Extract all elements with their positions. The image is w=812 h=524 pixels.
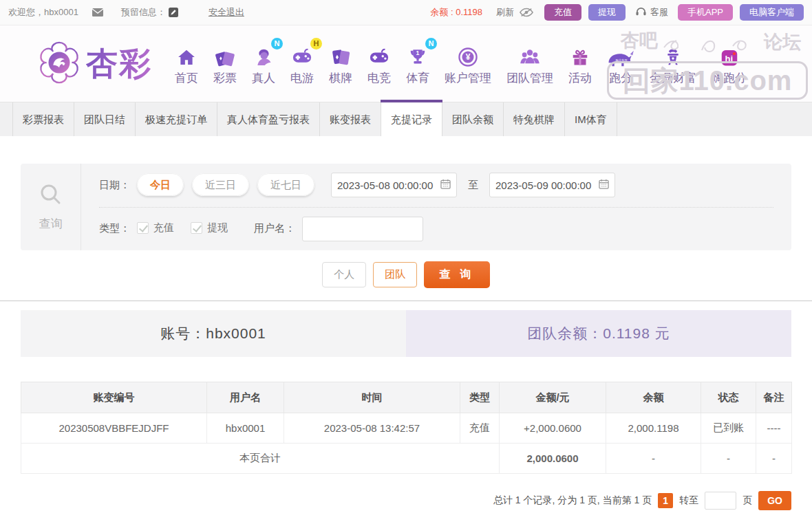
total-dash-cell: - (606, 444, 701, 474)
nav-item-esports[interactable]: 电竞 (360, 42, 398, 86)
pill-today[interactable]: 今日 (137, 173, 184, 196)
table-cell: hbx0001 (207, 413, 284, 444)
table-cell: 已到账 (701, 413, 756, 444)
calendar-icon[interactable] (440, 179, 451, 192)
column-header: 时间 (284, 382, 460, 413)
balance-text: 余额 : 0.1198 (430, 6, 482, 19)
mobile-app-button[interactable]: 手机APP (678, 4, 733, 21)
nav-item-team-manage[interactable]: 团队管理 (499, 42, 561, 86)
current-page-button[interactable]: 1 (658, 493, 673, 508)
yen-icon: ¥ (457, 42, 479, 68)
nav-item-sports[interactable]: 1N体育 (398, 42, 437, 86)
nav-item-activity[interactable]: 活动 (561, 42, 599, 86)
tab-quick-deposit-orders[interactable]: 极速充提订单 (136, 102, 217, 136)
date-to-input[interactable] (495, 179, 599, 191)
nav-item-account-manage[interactable]: ¥账户管理 (437, 42, 499, 86)
logo-flower-icon (38, 41, 81, 87)
trophy-icon: 1N (407, 42, 429, 68)
personal-button[interactable]: 个人 (322, 262, 366, 287)
tab-im-sports[interactable]: IM体育 (565, 102, 617, 136)
svg-text:跑分专用: 跑分专用 (616, 58, 628, 62)
nav-item-paofen[interactable]: 跑分专用跑分 (599, 42, 642, 86)
tab-deposit-withdraw-records[interactable]: 充提记录 (381, 102, 442, 136)
go-button[interactable]: GO (758, 491, 791, 510)
pagination: 总计 1 个记录, 分为 1 页, 当前第 1 页 1 转至 页 GO (21, 491, 791, 510)
nav-item-home[interactable]: 首页 (167, 42, 206, 86)
total-label-cell: 本页合计 (21, 444, 500, 474)
goto-page-input[interactable] (705, 492, 736, 510)
account-summary: 账号：hbx0001 团队余额：0.1198 元 (21, 310, 791, 357)
quick-date-pills: 今日近三日近七日 (137, 179, 323, 192)
logo-text: 杏彩 (86, 43, 152, 85)
tab-team-balance[interactable]: 团队余额 (442, 102, 504, 136)
home-icon (176, 42, 197, 68)
tab-team-daily[interactable]: 团队日结 (74, 102, 136, 136)
svg-text:hi: hi (725, 54, 733, 64)
nav-label: 首页 (175, 70, 198, 86)
date-from-input[interactable] (337, 179, 440, 191)
nav-item-hi-paofen[interactable]: hi嗨跑分 (704, 42, 754, 86)
calendar-icon[interactable] (599, 179, 609, 192)
reserved-info-label: 预留信息： (121, 6, 166, 19)
filter-fields: 日期： 今日近三日近七日 至 (81, 164, 791, 250)
customer-service-link[interactable]: 客服 (635, 6, 668, 19)
filter-panel: 查询 日期： 今日近三日近七日 至 (21, 164, 791, 250)
date-label: 日期： (99, 179, 130, 192)
refresh-link[interactable]: 刷新 (496, 6, 514, 19)
nav-item-chess[interactable]: 棋牌 (321, 42, 360, 86)
nav-label: 彩票 (213, 70, 237, 86)
nav-label: 账户管理 (445, 70, 491, 86)
nav-label: 真人 (252, 70, 275, 86)
tab-live-sports-pnl-report[interactable]: 真人体育盈亏报表 (217, 102, 320, 136)
pill-last-7-days[interactable]: 近七日 (257, 173, 314, 196)
date-to-field[interactable] (489, 173, 615, 197)
eye-slash-icon[interactable] (520, 8, 533, 17)
tab-lottery-report[interactable]: 彩票报表 (12, 102, 74, 136)
badge-n: N (271, 38, 283, 50)
table-cell: ---- (756, 413, 792, 444)
checkbox-withdraw[interactable]: 提现 (191, 221, 228, 234)
username-input[interactable] (302, 217, 423, 241)
records-table: 账变编号用户名时间类型金额/元余额状态备注 20230508VBBFEJDJFF… (21, 382, 792, 474)
edit-icon[interactable] (169, 8, 178, 17)
nav-item-jinding-wealth[interactable]: 金鼎财富 (642, 42, 704, 86)
ding-icon (663, 42, 683, 68)
tab-account-change-report[interactable]: 账变报表 (320, 102, 381, 136)
column-header: 金额/元 (500, 382, 606, 413)
total-amount-cell: 2,000.0600 (500, 444, 606, 474)
pc-client-button[interactable]: 电脑客户端 (740, 4, 804, 21)
nav-item-live[interactable]: N真人 (244, 42, 283, 86)
checkbox-box (137, 222, 149, 234)
nav-item-lottery[interactable]: 彩票 (206, 42, 244, 86)
page-unit-label: 页 (742, 494, 752, 507)
hi-icon: hi (719, 42, 740, 68)
svg-text:1: 1 (416, 50, 420, 56)
table-cell: 20230508VBBFEJDJFF (21, 413, 207, 444)
checkbox-label: 充值 (153, 221, 174, 234)
ticket-icon (214, 42, 236, 68)
nav-item-egames[interactable]: H电游 (283, 42, 321, 86)
person-icon: N (253, 42, 275, 68)
date-from-field[interactable] (331, 173, 457, 197)
column-header: 余额 (606, 382, 701, 413)
site-header: 杏彩 首页彩票N真人H电游棋牌电竞1N体育¥账户管理团队管理活动跑分专用跑分金鼎… (0, 25, 812, 102)
filter-date-row: 日期： 今日近三日近七日 至 (99, 164, 773, 208)
actions-row: 个人 团队 查 询 (0, 261, 812, 288)
page: 欢迎您，hbx0001 预留信息： 安全退出 余额 : 0.1198 刷新 充值… (0, 0, 812, 510)
mail-icon[interactable] (92, 8, 103, 17)
logo[interactable]: 杏彩 (38, 41, 152, 87)
tab-free-chess[interactable]: 特兔棋牌 (504, 102, 565, 136)
pill-last-3-days[interactable]: 近三日 (192, 173, 249, 196)
column-header: 备注 (756, 382, 792, 413)
recharge-button[interactable]: 充值 (544, 4, 581, 21)
query-button[interactable]: 查 询 (424, 261, 489, 288)
checkbox-recharge[interactable]: 充值 (137, 221, 174, 234)
withdraw-button[interactable]: 提现 (588, 4, 626, 21)
table-row: 20230508VBBFEJDJFFhbx00012023-05-08 13:4… (21, 413, 792, 444)
gift-icon (570, 42, 590, 68)
magnifier-icon (38, 182, 64, 211)
logout-link[interactable]: 安全退出 (209, 6, 244, 19)
type-checkboxes: 充值提现 (137, 221, 244, 237)
nav-label: 金鼎财富 (650, 70, 696, 86)
team-button[interactable]: 团队 (373, 262, 417, 287)
